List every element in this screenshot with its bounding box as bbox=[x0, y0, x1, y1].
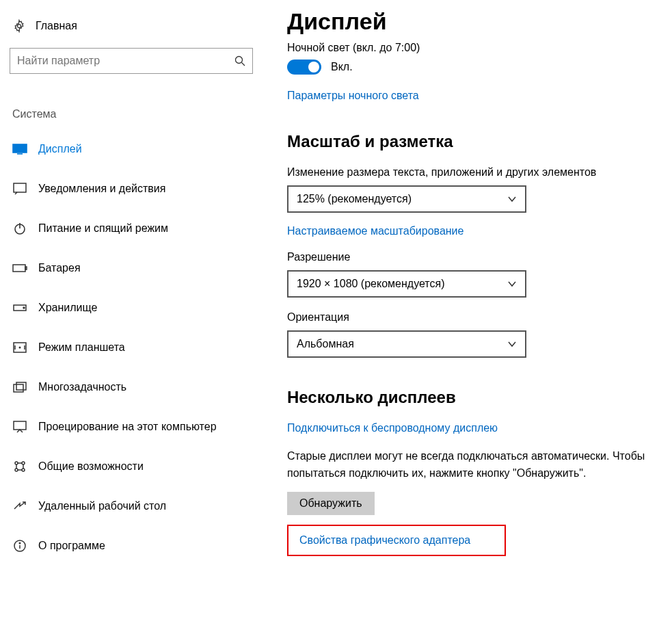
sidebar-item-battery[interactable]: Батарея bbox=[10, 252, 261, 285]
annotation-highlight-box: Свойства графического адаптера bbox=[287, 525, 506, 556]
settings-sidebar: Главная Система Дисплей Увед bbox=[0, 0, 273, 630]
sidebar-item-label: Проецирование на этот компьютер bbox=[38, 421, 217, 433]
sidebar-item-shared[interactable]: Общие возможности bbox=[10, 450, 261, 483]
svg-point-0 bbox=[18, 25, 21, 28]
svg-rect-15 bbox=[16, 382, 26, 390]
detect-description: Старые дисплеи могут не всегда подключат… bbox=[287, 448, 649, 482]
search-icon bbox=[234, 55, 245, 66]
nightlight-settings-link[interactable]: Параметры ночного света bbox=[287, 90, 419, 102]
multi-display-heading: Несколько дисплеев bbox=[287, 388, 658, 407]
notifications-icon bbox=[12, 181, 27, 196]
sidebar-item-notifications[interactable]: Уведомления и действия bbox=[10, 172, 261, 205]
sidebar-item-remote[interactable]: Удаленный рабочий стол bbox=[10, 490, 261, 523]
svg-point-17 bbox=[15, 462, 18, 464]
sidebar-item-power[interactable]: Питание и спящий режим bbox=[10, 212, 261, 245]
chevron-down-icon bbox=[507, 194, 517, 204]
sidebar-group-title: Система bbox=[10, 108, 261, 120]
wireless-display-link[interactable]: Подключиться к беспроводному дисплею bbox=[287, 422, 498, 434]
svg-point-18 bbox=[22, 462, 25, 464]
graphics-adapter-link[interactable]: Свойства графического адаптера bbox=[299, 534, 470, 547]
search-field[interactable] bbox=[10, 49, 225, 73]
sidebar-home[interactable]: Главная bbox=[10, 19, 261, 33]
svg-rect-3 bbox=[13, 144, 27, 153]
info-icon bbox=[12, 538, 27, 553]
svg-point-11 bbox=[23, 307, 25, 309]
svg-point-20 bbox=[22, 469, 25, 471]
nightlight-status: Ночной свет (вкл. до 7:00) bbox=[287, 42, 658, 54]
orientation-dropdown[interactable]: Альбомная bbox=[287, 330, 526, 358]
search-input[interactable] bbox=[10, 48, 253, 74]
sidebar-item-label: Дисплей bbox=[38, 143, 82, 155]
toggle-state-label: Вкл. bbox=[331, 61, 353, 73]
detect-button[interactable]: Обнаружить bbox=[287, 492, 375, 515]
sidebar-item-projecting[interactable]: Проецирование на этот компьютер bbox=[10, 410, 261, 443]
orientation-label: Ориентация bbox=[287, 311, 658, 324]
orientation-value: Альбомная bbox=[297, 338, 354, 350]
resolution-dropdown[interactable]: 1920 × 1080 (рекомендуется) bbox=[287, 270, 526, 298]
sidebar-item-label: Батарея bbox=[38, 262, 81, 274]
power-icon bbox=[12, 221, 27, 236]
chevron-down-icon bbox=[507, 339, 517, 349]
svg-rect-9 bbox=[25, 267, 27, 270]
remote-icon bbox=[12, 499, 27, 514]
battery-icon bbox=[12, 261, 27, 276]
svg-rect-16 bbox=[14, 421, 26, 430]
gear-icon bbox=[12, 19, 26, 33]
sidebar-item-label: Удаленный рабочий стол bbox=[38, 500, 166, 512]
sidebar-item-about[interactable]: О программе bbox=[10, 529, 261, 562]
sidebar-item-label: Общие возможности bbox=[38, 460, 144, 473]
projecting-icon bbox=[12, 419, 27, 434]
resolution-value: 1920 × 1080 (рекомендуется) bbox=[297, 278, 444, 290]
svg-rect-5 bbox=[14, 183, 26, 192]
scale-heading: Масштаб и разметка bbox=[287, 132, 658, 151]
display-icon bbox=[12, 142, 27, 157]
home-label: Главная bbox=[36, 20, 77, 32]
svg-point-19 bbox=[15, 469, 18, 471]
sidebar-item-label: Многозадачность bbox=[38, 381, 126, 393]
svg-rect-14 bbox=[14, 384, 23, 392]
chevron-down-icon bbox=[507, 279, 517, 289]
sidebar-item-label: Хранилище bbox=[38, 302, 97, 314]
sidebar-item-label: Уведомления и действия bbox=[38, 183, 165, 195]
scale-label: Изменение размера текста, приложений и д… bbox=[287, 166, 658, 179]
page-title: Дисплей bbox=[287, 8, 658, 35]
scale-dropdown[interactable]: 125% (рекомендуется) bbox=[287, 185, 526, 213]
custom-scaling-link[interactable]: Настраиваемое масштабирование bbox=[287, 225, 463, 237]
storage-icon bbox=[12, 300, 27, 315]
sidebar-item-label: Режим планшета bbox=[38, 341, 125, 354]
svg-line-2 bbox=[242, 63, 245, 66]
svg-rect-8 bbox=[13, 265, 25, 272]
tablet-icon bbox=[12, 340, 27, 355]
sidebar-item-tablet[interactable]: Режим планшета bbox=[10, 331, 261, 364]
svg-point-1 bbox=[236, 57, 243, 64]
sidebar-item-display[interactable]: Дисплей bbox=[10, 133, 261, 166]
nightlight-toggle[interactable] bbox=[287, 60, 321, 75]
svg-point-23 bbox=[19, 542, 21, 544]
sidebar-item-storage[interactable]: Хранилище bbox=[10, 291, 261, 324]
scale-value: 125% (рекомендуется) bbox=[297, 193, 412, 205]
shared-icon bbox=[12, 459, 27, 474]
sidebar-item-label: О программе bbox=[38, 540, 105, 552]
sidebar-item-multitasking[interactable]: Многозадачность bbox=[10, 371, 261, 404]
sidebar-item-label: Питание и спящий режим bbox=[38, 222, 168, 235]
main-content: Дисплей Ночной свет (вкл. до 7:00) Вкл. … bbox=[273, 0, 672, 630]
sidebar-nav: Дисплей Уведомления и действия Питание и… bbox=[10, 133, 261, 562]
resolution-label: Разрешение bbox=[287, 251, 658, 263]
multitasking-icon bbox=[12, 380, 27, 395]
